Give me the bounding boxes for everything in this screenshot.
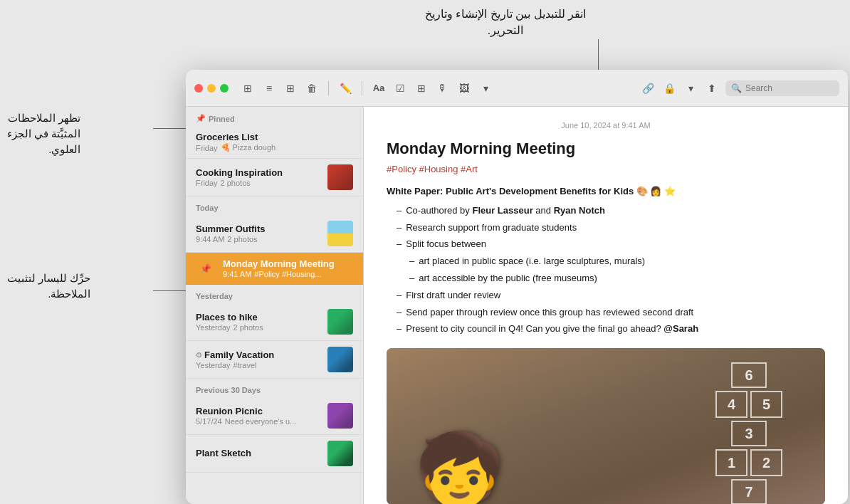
toolbar-separator-2	[362, 81, 362, 95]
vacation-title-text: Family Vacation	[204, 350, 274, 360]
shared-icon: ⊙	[196, 351, 201, 359]
minimize-button[interactable]	[207, 84, 216, 93]
compose-icon[interactable]: ✏️	[337, 80, 353, 96]
note-body-intro: White Paper: Public Art's Development Be…	[387, 184, 825, 199]
note-title-plant: Plant Sketch	[196, 448, 322, 458]
pin-icon: 📌	[196, 114, 206, 123]
note-bullet-1: Co-authored by Fleur Lasseur and Ryan No…	[387, 204, 825, 219]
note-image-inner: 6 4 5 3 1 2 7 🧒	[387, 348, 825, 504]
checklist-icon[interactable]: ☑	[392, 80, 408, 96]
note-thumb-hike	[327, 309, 353, 335]
annotation-hline-left2	[153, 290, 189, 291]
hop-row-12: 1 2	[715, 449, 782, 476]
top-callout-text: انقر للتبديل بين تاريخ الإنشاء وتاريخ ال…	[425, 8, 586, 36]
annotation-hline-left1	[153, 128, 189, 129]
note-extra-hike: 2 photos	[234, 323, 263, 332]
note-meta-vacation: Yesterday #travel	[196, 361, 322, 369]
fullscreen-button[interactable]	[220, 84, 229, 93]
note-text-hike: Places to hike Yesterday 2 photos	[196, 312, 322, 332]
note-meta-picnic: 5/17/24 Need everyone's u...	[196, 417, 322, 426]
left-callout-2: حرِّك لليسار لتثبيتالملاحظة.	[7, 271, 90, 302]
note-date-monday: 9:41 AM	[223, 270, 251, 278]
note-text-summer: Summer Outfits 9:44 AM 2 photos	[196, 224, 322, 243]
note-date-vacation: Yesterday	[196, 361, 231, 369]
note-title-monday: Monday Morning Meeting	[223, 258, 353, 269]
note-bullet-5: Send paper through review once this grou…	[387, 305, 825, 320]
hop-box-4: 4	[715, 391, 747, 418]
child-figure-left: 🧒	[415, 434, 504, 504]
note-thumb-vacation	[327, 347, 353, 372]
note-item-plant[interactable]: Plant Sketch	[186, 435, 363, 473]
toolbar: ⊞ ≡ ⊞ 🗑 ✏️ Aa ☑ ⊞ 🎙 🖼 ▾ 🔗 🔒 ▾ ⬆ 🔍	[186, 70, 848, 107]
search-input[interactable]	[725, 80, 839, 96]
note-detail-tags: #Policy #Housing #Art	[387, 164, 825, 174]
hop-box-6: 6	[731, 362, 767, 388]
note-extra-cooking: 2 photos	[221, 179, 251, 187]
traffic-lights	[194, 84, 229, 93]
lock-dropdown-icon[interactable]: ▾	[683, 80, 698, 96]
close-button[interactable]	[194, 84, 203, 93]
note-item-hike[interactable]: Places to hike Yesterday 2 photos	[186, 303, 363, 341]
today-section-label: Today	[186, 196, 363, 215]
note-title-hike: Places to hike	[196, 312, 322, 322]
note-date-hike: Yesterday	[196, 323, 231, 332]
note-text-cooking: Cooking Inspiration Friday 2 photos	[196, 167, 322, 187]
note-item-vacation[interactable]: ⊙ Family Vacation Yesterday #travel	[186, 341, 363, 379]
delete-icon[interactable]: 🗑	[304, 80, 320, 96]
hop-box-3: 3	[731, 421, 767, 446]
font-icon[interactable]: Aa	[371, 80, 387, 96]
sidebar-toggle-icon[interactable]: ⊞	[240, 80, 256, 96]
note-date-picnic: 5/17/24	[196, 417, 222, 426]
note-text-plant: Plant Sketch	[196, 448, 322, 459]
media-dropdown-icon[interactable]: ▾	[478, 80, 493, 96]
note-meta-monday: 9:41 AM #Policy #Housing...	[223, 270, 353, 278]
lock-icon[interactable]: 🔒	[661, 80, 677, 96]
grid-view-icon[interactable]: ⊞	[283, 80, 298, 96]
note-meta-groceries: Friday 🍕 Pizza dough	[196, 143, 353, 152]
note-item-summer[interactable]: Summer Outfits 9:44 AM 2 photos	[186, 215, 363, 253]
table-icon[interactable]: ⊞	[414, 80, 429, 96]
note-thumb-plant	[327, 441, 353, 466]
note-thumb-picnic	[327, 403, 353, 429]
note-extra-groceries: 🍕 Pizza dough	[221, 143, 276, 152]
pinned-label-text: Pinned	[209, 115, 235, 123]
note-text-monday: Monday Morning Meeting 9:41 AM #Policy #…	[223, 258, 353, 278]
note-detail: June 10, 2024 at 9:41 AM Monday Morning …	[364, 107, 848, 504]
share-icon[interactable]: 🔗	[640, 80, 656, 96]
toolbar-separator-1	[328, 81, 329, 95]
note-title-groceries: Groceries List	[196, 132, 353, 142]
export-icon[interactable]: ⬆	[704, 80, 720, 96]
note-item-cooking[interactable]: Cooking Inspiration Friday 2 photos	[186, 159, 363, 196]
note-title-picnic: Reunion Picnic	[196, 406, 322, 416]
note-bullet-6: Present to city council in Q4! Can you g…	[387, 322, 825, 337]
hop-box-7: 7	[731, 479, 767, 504]
hop-row-45: 4 5	[715, 391, 782, 418]
note-detail-image: 6 4 5 3 1 2 7 🧒	[387, 348, 825, 504]
note-extra-summer: 2 photos	[227, 235, 257, 243]
sidebar: 📌 Pinned Groceries List Friday 🍕 Pizza d…	[186, 107, 364, 504]
top-callout: انقر للتبديل بين تاريخ الإنشاء وتاريخ ال…	[413, 6, 598, 38]
note-meta-summer: 9:44 AM 2 photos	[196, 235, 322, 243]
note-extra-vacation: #travel	[234, 361, 257, 369]
hopscotch-numbers: 6 4 5 3 1 2 7	[715, 362, 782, 504]
list-view-icon[interactable]: ≡	[261, 80, 277, 96]
note-extra-monday: #Policy #Housing...	[254, 270, 321, 278]
note-item-monday[interactable]: 📌 Monday Morning Meeting 9:41 AM #Policy…	[186, 253, 363, 285]
main-area: 📌 Pinned Groceries List Friday 🍕 Pizza d…	[186, 107, 848, 504]
note-date-cooking: Friday	[196, 179, 218, 187]
note-meta-cooking: Friday 2 photos	[196, 179, 322, 187]
hop-box-5: 5	[750, 391, 782, 418]
note-item-picnic[interactable]: Reunion Picnic 5/17/24 Need everyone's u…	[186, 397, 363, 435]
note-text-groceries: Groceries List Friday 🍕 Pizza dough	[196, 132, 353, 152]
media-icon[interactable]: 🖼	[456, 80, 472, 96]
audio-icon[interactable]: 🎙	[435, 80, 451, 96]
app-window: ⊞ ≡ ⊞ 🗑 ✏️ Aa ☑ ⊞ 🎙 🖼 ▾ 🔗 🔒 ▾ ⬆ 🔍 📌 Pinn…	[186, 70, 848, 504]
note-item-groceries[interactable]: Groceries List Friday 🍕 Pizza dough	[186, 126, 363, 159]
note-title-cooking: Cooking Inspiration	[196, 167, 322, 178]
note-text-picnic: Reunion Picnic 5/17/24 Need everyone's u…	[196, 406, 322, 426]
note-date-groceries: Friday	[196, 144, 218, 152]
left-callout-1-text: تظهر الملاحظاتالمثبَّتة في الجزءالعلوي.	[7, 112, 80, 155]
note-bullet-4: First draft under review	[387, 288, 825, 303]
note-title-summer: Summer Outfits	[196, 224, 322, 234]
note-detail-body: White Paper: Public Art's Development Be…	[387, 184, 825, 337]
